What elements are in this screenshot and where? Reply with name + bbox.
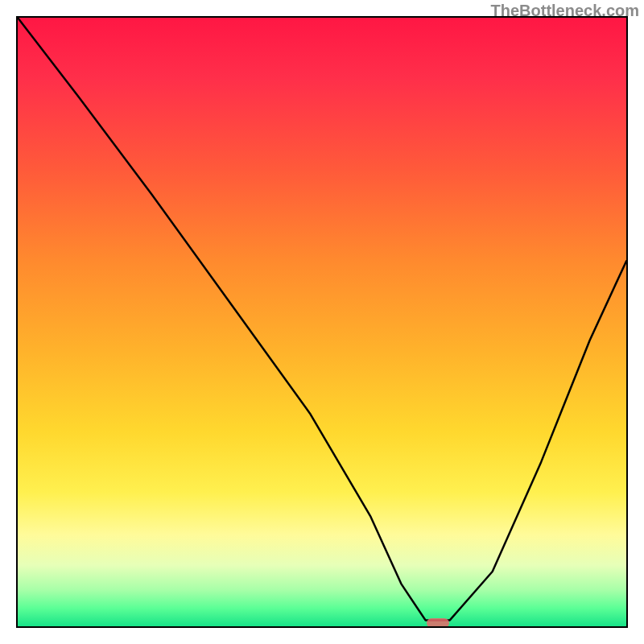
gradient-background (18, 18, 626, 626)
chart-container: TheBottleneck.com (0, 0, 644, 644)
optimal-marker (427, 618, 449, 628)
svg-rect-0 (18, 18, 626, 626)
watermark-label: TheBottleneck.com (491, 2, 639, 20)
plot-area (16, 16, 628, 628)
